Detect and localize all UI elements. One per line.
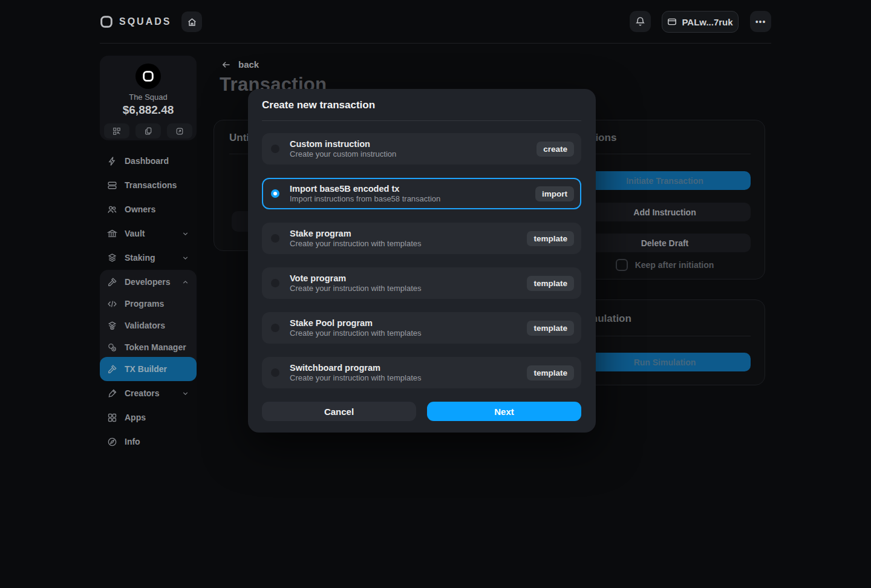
hammer-icon xyxy=(107,277,117,287)
radio-unselected[interactable] xyxy=(271,279,279,287)
sidebar-item-label: Creators xyxy=(125,388,160,398)
divider xyxy=(579,154,751,154)
qr-code-button[interactable] xyxy=(104,123,129,139)
wallet-card-icon xyxy=(667,17,677,27)
lightning-icon xyxy=(107,156,117,166)
radio-unselected[interactable] xyxy=(271,368,279,377)
delete-draft-button[interactable]: Delete Draft xyxy=(579,234,751,252)
option-subtitle: Create your instruction with templates xyxy=(290,328,421,338)
brand-text: SQUADS xyxy=(119,16,171,27)
sidebar-item-programs[interactable]: Programs xyxy=(100,293,197,315)
chevron-down-icon xyxy=(181,254,189,262)
next-button[interactable]: Next xyxy=(427,402,581,421)
sidebar-item-info[interactable]: Info xyxy=(100,430,197,454)
chevron-up-icon xyxy=(181,278,189,286)
sidebar-item-label: Staking xyxy=(125,253,155,263)
sidebar-item-label: Vault xyxy=(125,229,145,238)
sidebar-item-tx-builder[interactable]: TX Builder xyxy=(100,357,197,381)
layers-icon xyxy=(107,253,117,263)
sidebar-item-label: Transactions xyxy=(125,180,177,190)
sidebar-item-transactions[interactable]: Transactions xyxy=(100,173,197,197)
option-switchboard-program[interactable]: Switchboard program Create your instruct… xyxy=(262,357,581,388)
chevron-down-icon xyxy=(181,230,189,238)
top-bar: SQUADS PALw...7ruk ••• xyxy=(0,0,871,44)
radio-unselected[interactable] xyxy=(271,324,279,332)
option-subtitle: Import instructions from base58 transact… xyxy=(290,194,440,203)
squads-logo-icon xyxy=(100,15,113,28)
back-button[interactable]: back xyxy=(221,59,259,70)
keep-after-initiation-label: Keep after initiation xyxy=(635,260,714,270)
squads-logo: SQUADS xyxy=(100,11,171,33)
add-instruction-button[interactable]: Add Instruction xyxy=(579,203,751,221)
squad-avatar xyxy=(135,64,161,89)
option-stake-pool-program[interactable]: Stake Pool program Create your instructi… xyxy=(262,312,581,344)
users-icon xyxy=(107,204,117,215)
back-arrow-icon xyxy=(221,60,231,70)
sidebar-item-label: Validators xyxy=(125,321,165,330)
option-import-base58[interactable]: Import base5B encoded tx Import instruct… xyxy=(262,178,581,209)
option-badge: template xyxy=(527,276,574,291)
option-badge: import xyxy=(535,186,574,201)
radio-unselected[interactable] xyxy=(271,234,279,243)
hammer-icon xyxy=(107,364,117,374)
more-options-button[interactable]: ••• xyxy=(750,11,771,32)
grid-icon xyxy=(107,413,117,423)
modal-title: Create new transaction xyxy=(262,99,375,111)
copy-icon xyxy=(144,126,153,136)
option-title: Vote program xyxy=(290,273,421,283)
option-title: Stake Pool program xyxy=(290,318,421,328)
qr-code-icon xyxy=(113,127,121,136)
option-badge: create xyxy=(537,142,574,157)
external-link-icon xyxy=(175,127,184,136)
option-vote-program[interactable]: Vote program Create your instruction wit… xyxy=(262,267,581,299)
option-badge: template xyxy=(527,365,574,381)
sidebar-item-creators[interactable]: Creators xyxy=(100,381,197,405)
sidebar-item-dashboard[interactable]: Dashboard xyxy=(100,149,197,173)
brush-icon xyxy=(107,388,117,399)
code-icon xyxy=(107,299,117,309)
bank-icon xyxy=(107,229,117,239)
option-title: Import base5B encoded tx xyxy=(290,184,440,194)
cancel-button[interactable]: Cancel xyxy=(262,402,416,421)
sidebar-item-developers[interactable]: Developers xyxy=(100,270,197,294)
rows-icon xyxy=(107,180,117,191)
option-stake-program[interactable]: Stake program Create your instruction wi… xyxy=(262,223,581,254)
option-title: Stake program xyxy=(290,229,421,238)
chevron-down-icon xyxy=(181,390,189,397)
copy-address-button[interactable] xyxy=(135,123,161,139)
notifications-button[interactable] xyxy=(630,11,651,32)
run-simulation-button[interactable]: Run Simulation xyxy=(579,353,751,371)
home-button[interactable] xyxy=(181,11,202,32)
radio-unselected[interactable] xyxy=(271,145,279,153)
option-title: Switchboard program xyxy=(290,363,421,373)
token-icon xyxy=(107,342,117,353)
wallet-address: PALw...7ruk xyxy=(682,17,732,27)
wallet-button[interactable]: PALw...7ruk xyxy=(662,11,739,33)
radio-selected[interactable] xyxy=(271,189,279,198)
squad-name: The Squad xyxy=(100,93,197,102)
sidebar-item-validators[interactable]: Validators xyxy=(100,315,197,336)
sidebar-item-label: Info xyxy=(125,437,140,446)
option-subtitle: Create your instruction with templates xyxy=(290,239,421,248)
topbar-divider xyxy=(100,43,771,44)
keep-after-initiation-row: Keep after initiation xyxy=(579,259,751,271)
sidebar-item-vault[interactable]: Vault xyxy=(100,221,197,246)
option-custom-instruction[interactable]: Custom instruction Create your custom in… xyxy=(262,133,581,165)
sidebar-item-label: Programs xyxy=(125,299,164,309)
sidebar-item-label: Token Manager xyxy=(125,342,186,352)
option-title: Custom instruction xyxy=(290,139,396,149)
home-icon xyxy=(187,17,197,27)
compass-info-icon xyxy=(107,437,117,447)
option-subtitle: Create your custom instruction xyxy=(290,149,396,158)
sidebar-item-staking[interactable]: Staking xyxy=(100,246,197,270)
squad-balance: $6,882.48 xyxy=(100,103,197,117)
sidebar-item-token-manager[interactable]: Token Manager xyxy=(100,336,197,358)
external-link-button[interactable] xyxy=(167,123,192,139)
keep-after-initiation-checkbox[interactable] xyxy=(616,259,628,271)
option-badge: template xyxy=(527,231,574,246)
sidebar-item-apps[interactable]: Apps xyxy=(100,405,197,430)
sidebar-item-label: Apps xyxy=(125,413,146,422)
initiate-transaction-button[interactable]: Initiate Transaction xyxy=(579,171,751,190)
sidebar-item-label: Dashboard xyxy=(125,156,169,166)
sidebar-item-owners[interactable]: Owners xyxy=(100,197,197,221)
